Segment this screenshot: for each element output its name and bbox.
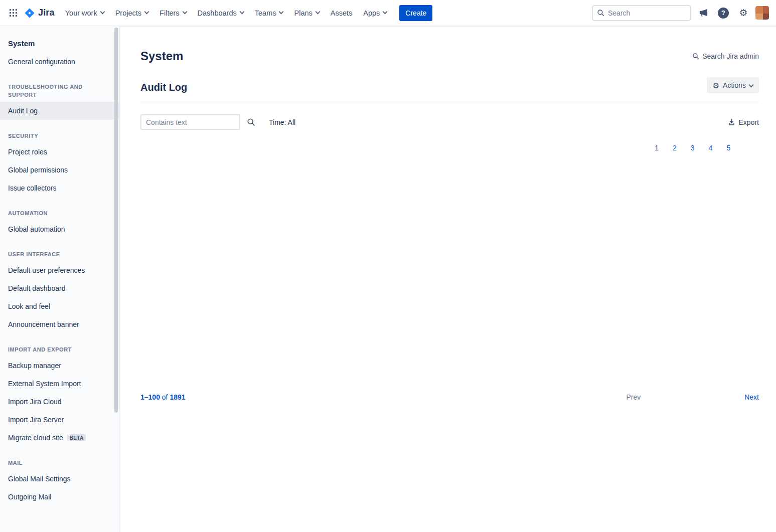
- jira-logo-text: Jira: [38, 8, 55, 18]
- nav-item-apps[interactable]: Apps: [358, 5, 392, 21]
- nav-item-label: Filters: [160, 9, 179, 17]
- chevron-down-icon: [182, 10, 187, 15]
- sidebar-item-default-dashboard[interactable]: Default dashboard: [0, 279, 119, 297]
- sidebar-item-label: Outgoing Mail: [8, 493, 51, 501]
- actions-label: Actions: [723, 81, 746, 89]
- sidebar-item-default-user-preferences[interactable]: Default user preferences: [0, 261, 119, 279]
- search-jira-admin-link[interactable]: Search Jira admin: [692, 52, 759, 60]
- sidebar-item-import-jira-server[interactable]: Import Jira Server: [0, 411, 119, 429]
- results-total: 1891: [170, 393, 185, 401]
- sidebar-item-label: Project roles: [8, 148, 47, 156]
- sidebar-item-label: Global Mail Settings: [8, 475, 71, 483]
- actions-button[interactable]: ⚙ Actions: [707, 77, 759, 93]
- nav-item-dashboards[interactable]: Dashboards: [192, 5, 249, 21]
- admin-search-label: Search Jira admin: [702, 52, 759, 60]
- announcements-icon[interactable]: [695, 5, 711, 21]
- admin-search-icon: [692, 53, 699, 60]
- filter-search-icon[interactable]: [247, 118, 255, 126]
- export-icon: [728, 118, 735, 126]
- sidebar-section-header-user-interface: User interface: [8, 250, 111, 258]
- main-content: System Search Jira admin Audit Log ⚙ Act…: [120, 26, 776, 532]
- results-count: 1–100 of 1891: [140, 393, 186, 401]
- page-4[interactable]: 4: [709, 144, 713, 532]
- sidebar-item-import-jira-cloud[interactable]: Import Jira Cloud: [0, 393, 119, 411]
- avatar[interactable]: [755, 6, 769, 20]
- pagination-controls: Prev 12345 Next: [626, 144, 759, 532]
- sidebar-item-label: Default dashboard: [8, 284, 65, 292]
- sidebar: System General configurationTroubleshoot…: [0, 26, 120, 532]
- sidebar-item-project-roles[interactable]: Project roles: [0, 143, 119, 161]
- sidebar-item-issue-collectors[interactable]: Issue collectors: [0, 179, 119, 197]
- page-2[interactable]: 2: [673, 144, 677, 532]
- global-search[interactable]: [592, 5, 691, 21]
- sidebar-item-look-and-feel[interactable]: Look and feel: [0, 297, 119, 315]
- sidebar-item-audit-log[interactable]: Audit Log: [0, 102, 119, 120]
- sidebar-title: System: [0, 39, 119, 53]
- sidebar-section-header-automation: Automation: [8, 209, 111, 217]
- top-nav-right: ? ⚙: [592, 5, 769, 21]
- app-switcher-icon[interactable]: [5, 5, 21, 21]
- sidebar-item-migrate-cloud-site[interactable]: Migrate cloud siteBETA: [0, 429, 119, 447]
- page-title: System: [140, 49, 183, 63]
- sidebar-item-backup-manager[interactable]: Backup manager: [0, 357, 119, 375]
- nav-item-label: Assets: [331, 9, 353, 17]
- sidebar-item-global-permissions[interactable]: Global permissions: [0, 161, 119, 179]
- sidebar-section-header-security: Security: [8, 132, 111, 140]
- sidebar-section-header-import-and-export: Import and export: [8, 345, 111, 353]
- export-label: Export: [739, 118, 759, 126]
- beta-badge: BETA: [67, 434, 86, 441]
- export-button[interactable]: Export: [728, 118, 759, 126]
- nav-item-projects[interactable]: Projects: [110, 5, 154, 21]
- sidebar-item-label: Issue collectors: [8, 184, 56, 192]
- nav-item-label: Projects: [115, 9, 141, 17]
- sidebar-item-general-configuration[interactable]: General configuration: [0, 53, 119, 71]
- sidebar-item-label: Migrate cloud site: [8, 434, 63, 442]
- sidebar-sections: General configurationTroubleshooting and…: [0, 53, 119, 506]
- nav-item-your-work[interactable]: Your work: [60, 5, 110, 21]
- page-3[interactable]: 3: [691, 144, 695, 532]
- prev-page-link[interactable]: Prev: [626, 393, 641, 401]
- settings-icon[interactable]: ⚙: [735, 5, 751, 21]
- sidebar-item-label: Audit Log: [8, 107, 38, 115]
- time-filter[interactable]: Time: All: [269, 118, 295, 126]
- jira-logo-icon: [24, 8, 35, 19]
- sidebar-item-external-system-import[interactable]: External System Import: [0, 375, 119, 393]
- audit-log-header: Audit Log ⚙ Actions: [140, 77, 759, 101]
- page-5[interactable]: 5: [726, 144, 730, 532]
- question-mark-icon: ?: [718, 8, 729, 19]
- search-icon: [597, 9, 604, 17]
- search-input[interactable]: [608, 9, 686, 17]
- sidebar-item-label: Look and feel: [8, 302, 50, 310]
- primary-nav: Your workProjectsFiltersDashboardsTeamsP…: [60, 5, 393, 21]
- create-button[interactable]: Create: [399, 5, 432, 21]
- chevron-down-icon: [239, 10, 244, 15]
- jira-logo[interactable]: Jira: [21, 8, 60, 19]
- actions-gear-icon: ⚙: [713, 82, 719, 89]
- sidebar-scrollbar[interactable]: [114, 28, 118, 413]
- sidebar-item-outgoing-mail[interactable]: Outgoing Mail: [0, 488, 119, 506]
- nav-item-label: Your work: [65, 9, 97, 17]
- page-1[interactable]: 1: [655, 144, 659, 532]
- page-head: System Search Jira admin: [140, 49, 759, 63]
- sidebar-item-global-mail-settings[interactable]: Global Mail Settings: [0, 470, 119, 488]
- next-page-link[interactable]: Next: [744, 393, 759, 401]
- audit-log-title: Audit Log: [140, 82, 187, 93]
- contains-text-input[interactable]: [140, 114, 240, 130]
- nav-item-teams[interactable]: Teams: [249, 5, 289, 21]
- chevron-down-icon: [315, 10, 320, 15]
- help-icon[interactable]: ?: [715, 5, 731, 21]
- nav-item-filters[interactable]: Filters: [154, 5, 192, 21]
- page-body: System General configurationTroubleshoot…: [0, 26, 776, 532]
- chevron-down-icon: [144, 10, 149, 15]
- sidebar-item-announcement-banner[interactable]: Announcement banner: [0, 315, 119, 333]
- nav-item-assets[interactable]: Assets: [325, 5, 358, 21]
- filter-row: Time: All Export: [140, 114, 759, 130]
- sidebar-section-header-troubleshooting-and-support: Troubleshooting and support: [8, 83, 111, 99]
- sidebar-item-label: Default user preferences: [8, 266, 85, 274]
- sidebar-item-label: General configuration: [8, 58, 75, 66]
- nav-item-label: Teams: [255, 9, 276, 17]
- sidebar-item-global-automation[interactable]: Global automation: [0, 220, 119, 238]
- gear-icon: ⚙: [739, 8, 747, 18]
- chevron-down-icon: [749, 82, 754, 87]
- nav-item-plans[interactable]: Plans: [288, 5, 325, 21]
